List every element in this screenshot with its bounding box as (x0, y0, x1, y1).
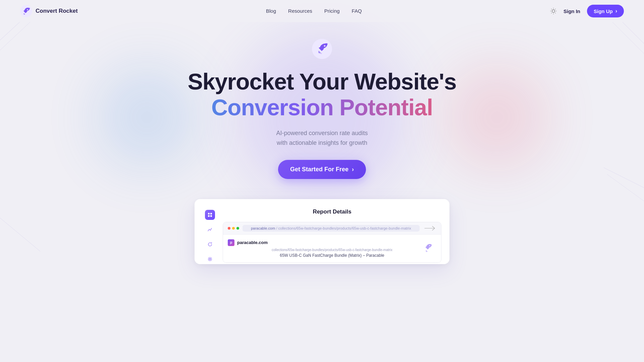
dot-green (236, 227, 239, 230)
nav-right: Sign In Sign Up › (550, 5, 624, 17)
report-title: Report Details (223, 208, 441, 215)
nav-pricing[interactable]: Pricing (324, 8, 340, 14)
dashboard-sidebar (203, 208, 217, 264)
site-favicon: p (228, 239, 234, 246)
browser-url: paracable.com / collections/65w-fastchar… (243, 225, 420, 232)
sidebar-icon-active[interactable] (205, 210, 215, 220)
dot-yellow (232, 227, 235, 230)
svg-point-19 (324, 45, 326, 47)
dashboard-icon (207, 212, 213, 218)
get-started-button[interactable]: Get Started For Free › (278, 160, 366, 179)
hero-title: Skyrocket Your Website's Conversion Pote… (188, 69, 457, 120)
svg-line-13 (555, 13, 555, 13)
hero-subtitle: AI-powered conversion rate audits with a… (276, 128, 368, 148)
dashboard-preview: Report Details paracable.com / collectio… (195, 199, 449, 264)
logo-icon (20, 5, 32, 17)
logo-link[interactable]: Convert Rocket (20, 5, 78, 17)
sidebar-icon-2[interactable] (205, 225, 215, 235)
theme-toggle-button[interactable] (550, 8, 557, 14)
svg-line-17 (555, 9, 555, 9)
page-title-text: 65W USB-C GaN FastCharge Bundle (Matrix)… (228, 253, 436, 258)
sign-in-button[interactable]: Sign In (564, 8, 580, 14)
mini-rocket-icon (422, 242, 434, 255)
svg-rect-23 (210, 215, 212, 217)
svg-rect-21 (210, 213, 212, 215)
svg-rect-22 (208, 215, 210, 217)
chevron-right-icon: › (615, 8, 617, 14)
dashboard-content: Report Details paracable.com / collectio… (223, 208, 441, 264)
svg-point-25 (429, 245, 430, 246)
sidebar-icon-3[interactable] (205, 239, 215, 249)
chart-icon (207, 227, 213, 232)
settings-icon (207, 256, 213, 262)
hero-rocket-icon (311, 38, 333, 60)
navbar: Convert Rocket Blog Resources Pricing FA… (0, 0, 644, 22)
site-domain: paracable.com (237, 240, 268, 245)
refresh-icon (207, 242, 213, 247)
browser-dots (228, 227, 239, 230)
hero-title-line1: Skyrocket Your Website's (188, 69, 457, 94)
site-url-path: collections/65w-fastcharge-bundles/produ… (228, 248, 436, 252)
cta-arrow-icon: › (352, 166, 354, 173)
svg-line-16 (551, 13, 552, 13)
hero-section: Skyrocket Your Website's Conversion Pote… (0, 22, 644, 264)
svg-point-8 (27, 9, 28, 10)
nav-blog[interactable]: Blog (266, 8, 276, 14)
nav-resources[interactable]: Resources (288, 8, 312, 14)
svg-line-12 (551, 9, 552, 9)
svg-point-9 (552, 10, 555, 12)
logo-text: Convert Rocket (36, 8, 78, 14)
svg-point-24 (209, 258, 211, 260)
browser-bar: paracable.com / collections/65w-fastchar… (223, 222, 441, 235)
hero-title-line2: Conversion Potential (188, 94, 457, 120)
nav-links: Blog Resources Pricing FAQ (266, 8, 362, 14)
site-row: p paracable.com (228, 239, 436, 246)
browser-content: p paracable.com collections/65w-fastchar… (223, 235, 441, 262)
sign-up-button[interactable]: Sign Up › (587, 5, 624, 17)
nav-faq[interactable]: FAQ (352, 8, 362, 14)
sun-icon (550, 8, 557, 14)
sidebar-icon-4[interactable] (205, 254, 215, 264)
dot-red (228, 227, 230, 230)
browser-nav-arrows (423, 225, 436, 232)
svg-rect-20 (208, 213, 210, 215)
cta-container: Get Started For Free › (278, 160, 366, 179)
browser-mockup: paracable.com / collections/65w-fastchar… (223, 222, 441, 263)
